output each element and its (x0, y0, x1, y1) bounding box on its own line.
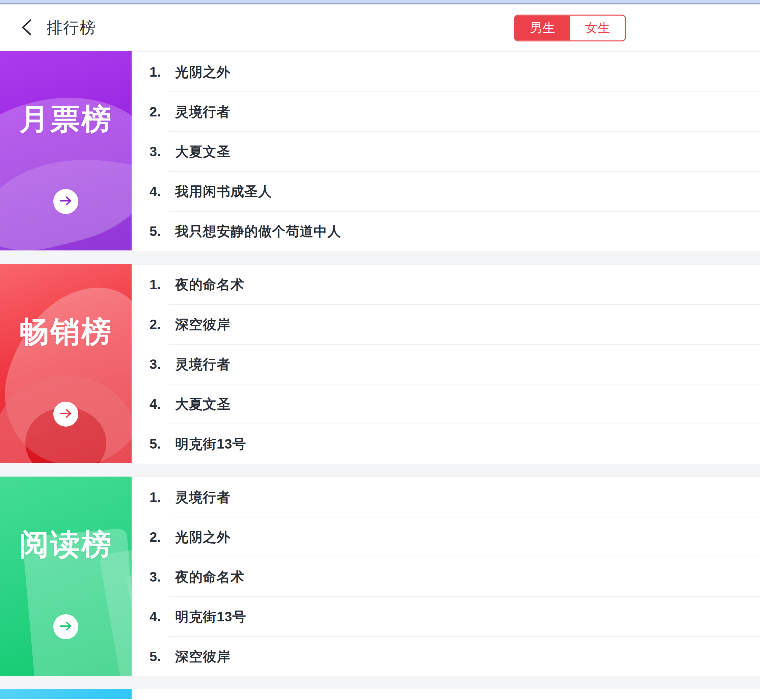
section-separator (0, 676, 760, 689)
book-row[interactable]: 3. 灵境行者 (132, 344, 760, 384)
section-monthly-ticket: 月票榜 1. 光阴之外 2. 灵境行者 3. 大夏文圣 (0, 51, 760, 250)
book-row[interactable]: 3. 夜的命名术 (132, 557, 760, 597)
book-rank: 4. (150, 184, 171, 199)
book-title: 明克街13号 (175, 608, 247, 626)
reading-card[interactable]: 阅读榜 (0, 477, 132, 676)
card-label: 阅读榜 (0, 525, 132, 565)
monthly-ticket-more-button[interactable] (53, 189, 78, 214)
book-rank: 4. (150, 609, 171, 624)
toggle-female-button[interactable]: 女生 (570, 16, 625, 40)
book-title: 夜的命名术 (175, 568, 244, 586)
book-rank: 3. (150, 357, 171, 372)
book-row[interactable]: 2. 灵境行者 (132, 92, 760, 132)
book-row[interactable]: 1. 夜的命名术 (132, 265, 760, 305)
book-title: 我只想安静的做个苟道中人 (175, 222, 341, 241)
book-rank: 4. (150, 397, 171, 412)
back-button[interactable] (19, 19, 34, 37)
section-bestseller: 畅销榜 1. 夜的命名术 2. 深空彼岸 3. 灵境行 (0, 264, 760, 463)
book-row[interactable]: 5. 明克街13号 (132, 424, 760, 464)
book-title: 深空彼岸 (175, 647, 231, 666)
book-row[interactable]: 3. 大夏文圣 (132, 132, 760, 172)
book-title: 灵境行者 (175, 488, 231, 506)
bestseller-more-button[interactable] (53, 402, 78, 427)
section-reading: 阅读榜 1. 灵境行者 2. 光阴之外 3. 夜的命名 (0, 477, 760, 676)
book-row[interactable]: 4. 大夏文圣 (132, 384, 760, 424)
book-row[interactable]: 4. 我用闲书成圣人 (132, 172, 760, 211)
section-separator (0, 463, 760, 477)
browser-top-strip (0, 0, 760, 5)
book-rank: 5. (150, 649, 171, 664)
monthly-ticket-book-list: 1. 光阴之外 2. 灵境行者 3. 大夏文圣 4. 我用闲书成圣人 5. 我只… (132, 51, 760, 250)
book-title: 光阴之外 (175, 528, 231, 547)
book-rank: 2. (150, 104, 171, 119)
book-title: 灵境行者 (175, 355, 231, 373)
reading-book-list: 1. 灵境行者 2. 光阴之外 3. 夜的命名术 4. 明克街13号 5. 深空… (132, 477, 760, 676)
book-title: 我用闲书成圣人 (175, 182, 272, 201)
bestseller-book-list: 1. 夜的命名术 2. 深空彼岸 3. 灵境行者 4. 大夏文圣 5. 明克街1… (132, 264, 760, 463)
app-header: 排行榜 男生 女生 (0, 5, 760, 51)
book-title: 深空彼岸 (175, 315, 231, 334)
gender-toggle: 男生 女生 (514, 14, 626, 41)
book-row[interactable]: 1. 灵境行者 (132, 477, 760, 517)
book-title: 夜的命名术 (175, 275, 244, 294)
book-title: 大夏文圣 (175, 142, 231, 161)
next-ranking-card-peek[interactable] (0, 689, 132, 699)
book-rank: 1. (150, 64, 171, 80)
book-row[interactable]: 1. 光阴之外 (132, 52, 760, 92)
arrow-right-icon (59, 621, 72, 633)
book-rank: 2. (150, 317, 171, 332)
book-rank: 3. (150, 144, 171, 159)
chevron-left-icon (20, 19, 32, 37)
book-rank: 5. (150, 224, 171, 239)
card-label: 月票榜 (0, 99, 132, 139)
ranking-page: 排行榜 男生 女生 月票榜 1. 光阴之外 (0, 0, 760, 700)
reading-more-button[interactable] (53, 614, 78, 639)
page-title: 排行榜 (47, 17, 96, 39)
book-row[interactable]: 5. 我只想安静的做个苟道中人 (132, 211, 760, 251)
monthly-ticket-card[interactable]: 月票榜 (0, 51, 132, 250)
book-rank: 2. (150, 530, 171, 545)
book-row[interactable]: 2. 深空彼岸 (132, 305, 760, 344)
book-row[interactable]: 4. 明克街13号 (132, 597, 760, 636)
book-rank: 3. (150, 569, 171, 584)
book-row[interactable]: 5. 深空彼岸 (132, 636, 760, 677)
book-title: 大夏文圣 (175, 395, 231, 414)
book-row[interactable]: 2. 光阴之外 (132, 517, 760, 557)
toggle-male-button[interactable]: 男生 (515, 16, 570, 40)
book-rank: 1. (150, 490, 171, 505)
arrow-right-icon (59, 196, 72, 207)
book-rank: 1. (150, 277, 171, 292)
section-separator (0, 250, 760, 264)
arrow-right-icon (59, 408, 72, 420)
card-label: 畅销榜 (0, 312, 132, 352)
book-rank: 5. (150, 436, 171, 452)
book-title: 灵境行者 (175, 103, 231, 121)
bestseller-card[interactable]: 畅销榜 (0, 264, 132, 463)
book-title: 明克街13号 (175, 435, 247, 453)
book-title: 光阴之外 (175, 63, 231, 81)
